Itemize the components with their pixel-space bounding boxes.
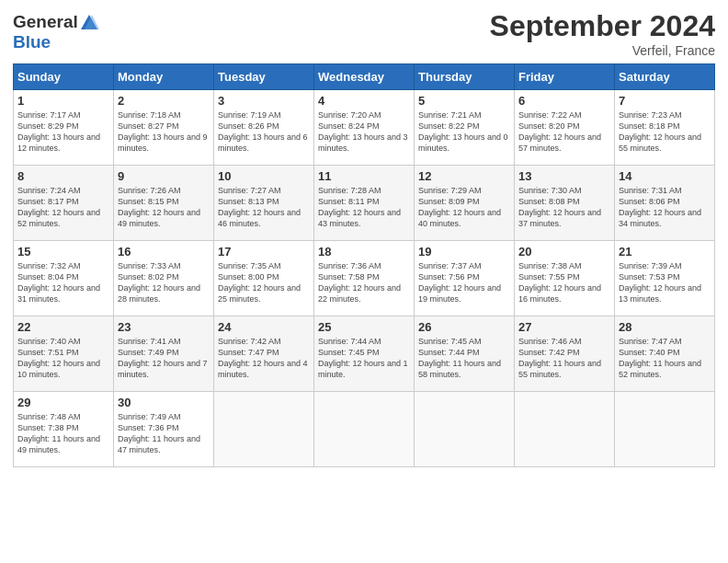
table-cell: 6Sunrise: 7:22 AM Sunset: 8:20 PM Daylig…	[515, 90, 615, 166]
table-cell	[415, 392, 515, 467]
col-wednesday: Wednesday	[314, 64, 415, 90]
table-cell: 2Sunrise: 7:18 AM Sunset: 8:27 PM Daylig…	[114, 90, 214, 166]
table-cell	[515, 392, 615, 467]
table-cell: 16Sunrise: 7:33 AM Sunset: 8:02 PM Dayli…	[114, 241, 214, 316]
table-cell: 21Sunrise: 7:39 AM Sunset: 7:53 PM Dayli…	[615, 241, 715, 316]
day-info: Sunrise: 7:36 AM Sunset: 7:58 PM Dayligh…	[318, 260, 410, 305]
col-sunday: Sunday	[14, 64, 114, 90]
day-number: 20	[518, 245, 610, 259]
day-info: Sunrise: 7:21 AM Sunset: 8:22 PM Dayligh…	[418, 109, 510, 155]
table-cell: 12Sunrise: 7:29 AM Sunset: 8:09 PM Dayli…	[415, 166, 515, 241]
table-cell: 30Sunrise: 7:49 AM Sunset: 7:36 PM Dayli…	[114, 392, 214, 467]
location: Verfeil, France	[490, 43, 715, 58]
table-cell	[214, 392, 314, 467]
day-number: 15	[17, 245, 109, 259]
day-info: Sunrise: 7:33 AM Sunset: 8:02 PM Dayligh…	[118, 260, 210, 305]
table-cell: 26Sunrise: 7:45 AM Sunset: 7:44 PM Dayli…	[415, 316, 515, 392]
table-cell: 17Sunrise: 7:35 AM Sunset: 8:00 PM Dayli…	[214, 241, 314, 316]
calendar-body: 1Sunrise: 7:17 AM Sunset: 8:29 PM Daylig…	[14, 90, 715, 467]
table-cell: 29Sunrise: 7:48 AM Sunset: 7:38 PM Dayli…	[14, 392, 114, 467]
table-row: 29Sunrise: 7:48 AM Sunset: 7:38 PM Dayli…	[14, 392, 715, 467]
day-number: 25	[318, 320, 410, 334]
table-cell: 28Sunrise: 7:47 AM Sunset: 7:40 PM Dayli…	[615, 316, 715, 392]
day-info: Sunrise: 7:23 AM Sunset: 8:18 PM Dayligh…	[619, 109, 711, 155]
day-number: 16	[118, 245, 210, 259]
col-tuesday: Tuesday	[214, 64, 314, 90]
day-number: 12	[418, 169, 510, 183]
day-number: 10	[218, 169, 310, 183]
logo-blue: Blue	[13, 33, 99, 52]
table-cell: 14Sunrise: 7:31 AM Sunset: 8:06 PM Dayli…	[615, 166, 715, 241]
page-container: General Blue September 2024 Verfeil, Fra…	[0, 0, 728, 477]
table-cell: 10Sunrise: 7:27 AM Sunset: 8:13 PM Dayli…	[214, 166, 314, 241]
day-info: Sunrise: 7:39 AM Sunset: 7:53 PM Dayligh…	[619, 260, 711, 305]
day-number: 3	[218, 94, 310, 108]
day-number: 14	[619, 169, 711, 183]
day-number: 2	[118, 94, 210, 108]
table-cell: 27Sunrise: 7:46 AM Sunset: 7:42 PM Dayli…	[515, 316, 615, 392]
day-info: Sunrise: 7:48 AM Sunset: 7:38 PM Dayligh…	[17, 411, 109, 456]
header: General Blue September 2024 Verfeil, Fra…	[13, 9, 715, 58]
table-cell: 4Sunrise: 7:20 AM Sunset: 8:24 PM Daylig…	[314, 90, 415, 166]
table-row: 1Sunrise: 7:17 AM Sunset: 8:29 PM Daylig…	[14, 90, 715, 166]
day-info: Sunrise: 7:20 AM Sunset: 8:24 PM Dayligh…	[318, 109, 410, 155]
day-info: Sunrise: 7:17 AM Sunset: 8:29 PM Dayligh…	[17, 109, 109, 155]
table-cell: 9Sunrise: 7:26 AM Sunset: 8:15 PM Daylig…	[114, 166, 214, 241]
day-info: Sunrise: 7:31 AM Sunset: 8:06 PM Dayligh…	[619, 185, 711, 230]
day-info: Sunrise: 7:32 AM Sunset: 8:04 PM Dayligh…	[17, 260, 109, 305]
table-cell: 13Sunrise: 7:30 AM Sunset: 8:08 PM Dayli…	[515, 166, 615, 241]
day-number: 8	[17, 169, 109, 183]
calendar-table: Sunday Monday Tuesday Wednesday Thursday…	[13, 63, 715, 467]
table-row: 22Sunrise: 7:40 AM Sunset: 7:51 PM Dayli…	[14, 316, 715, 392]
day-number: 18	[318, 245, 410, 259]
day-number: 29	[17, 396, 109, 409]
day-info: Sunrise: 7:42 AM Sunset: 7:47 PM Dayligh…	[218, 336, 310, 381]
col-monday: Monday	[114, 64, 214, 90]
day-info: Sunrise: 7:49 AM Sunset: 7:36 PM Dayligh…	[118, 411, 210, 456]
table-cell: 25Sunrise: 7:44 AM Sunset: 7:45 PM Dayli…	[314, 316, 415, 392]
table-cell: 24Sunrise: 7:42 AM Sunset: 7:47 PM Dayli…	[214, 316, 314, 392]
table-cell: 11Sunrise: 7:28 AM Sunset: 8:11 PM Dayli…	[314, 166, 415, 241]
day-info: Sunrise: 7:28 AM Sunset: 8:11 PM Dayligh…	[318, 185, 410, 230]
title-area: September 2024 Verfeil, France	[490, 9, 715, 58]
table-cell: 22Sunrise: 7:40 AM Sunset: 7:51 PM Dayli…	[14, 316, 114, 392]
day-info: Sunrise: 7:35 AM Sunset: 8:00 PM Dayligh…	[218, 260, 310, 305]
day-number: 13	[518, 169, 610, 183]
table-cell: 18Sunrise: 7:36 AM Sunset: 7:58 PM Dayli…	[314, 241, 415, 316]
logo: General Blue	[13, 13, 99, 52]
day-number: 27	[518, 320, 610, 334]
day-info: Sunrise: 7:40 AM Sunset: 7:51 PM Dayligh…	[17, 336, 109, 381]
logo-icon	[79, 13, 99, 33]
table-cell	[314, 392, 415, 467]
day-number: 7	[619, 94, 711, 108]
day-info: Sunrise: 7:22 AM Sunset: 8:20 PM Dayligh…	[518, 109, 610, 155]
day-number: 21	[619, 245, 711, 259]
day-info: Sunrise: 7:37 AM Sunset: 7:56 PM Dayligh…	[418, 260, 510, 305]
col-saturday: Saturday	[615, 64, 715, 90]
day-number: 11	[318, 169, 410, 183]
day-number: 26	[418, 320, 510, 334]
day-number: 19	[418, 245, 510, 259]
day-info: Sunrise: 7:24 AM Sunset: 8:17 PM Dayligh…	[17, 185, 109, 230]
day-number: 23	[118, 320, 210, 334]
day-number: 22	[17, 320, 109, 334]
col-thursday: Thursday	[415, 64, 515, 90]
day-info: Sunrise: 7:29 AM Sunset: 8:09 PM Dayligh…	[418, 185, 510, 230]
table-cell: 5Sunrise: 7:21 AM Sunset: 8:22 PM Daylig…	[415, 90, 515, 166]
month-title: September 2024	[490, 9, 715, 43]
table-cell: 15Sunrise: 7:32 AM Sunset: 8:04 PM Dayli…	[14, 241, 114, 316]
table-cell: 19Sunrise: 7:37 AM Sunset: 7:56 PM Dayli…	[415, 241, 515, 316]
table-cell: 3Sunrise: 7:19 AM Sunset: 8:26 PM Daylig…	[214, 90, 314, 166]
table-row: 8Sunrise: 7:24 AM Sunset: 8:17 PM Daylig…	[14, 166, 715, 241]
day-number: 28	[619, 320, 711, 334]
logo-general: General	[13, 12, 78, 31]
day-info: Sunrise: 7:46 AM Sunset: 7:42 PM Dayligh…	[518, 336, 610, 381]
day-info: Sunrise: 7:26 AM Sunset: 8:15 PM Dayligh…	[118, 185, 210, 230]
day-number: 24	[218, 320, 310, 334]
calendar-header-row: Sunday Monday Tuesday Wednesday Thursday…	[14, 64, 715, 90]
table-row: 15Sunrise: 7:32 AM Sunset: 8:04 PM Dayli…	[14, 241, 715, 316]
day-info: Sunrise: 7:18 AM Sunset: 8:27 PM Dayligh…	[118, 109, 210, 155]
day-info: Sunrise: 7:45 AM Sunset: 7:44 PM Dayligh…	[418, 336, 510, 381]
day-info: Sunrise: 7:30 AM Sunset: 8:08 PM Dayligh…	[518, 185, 610, 230]
day-number: 4	[318, 94, 410, 108]
